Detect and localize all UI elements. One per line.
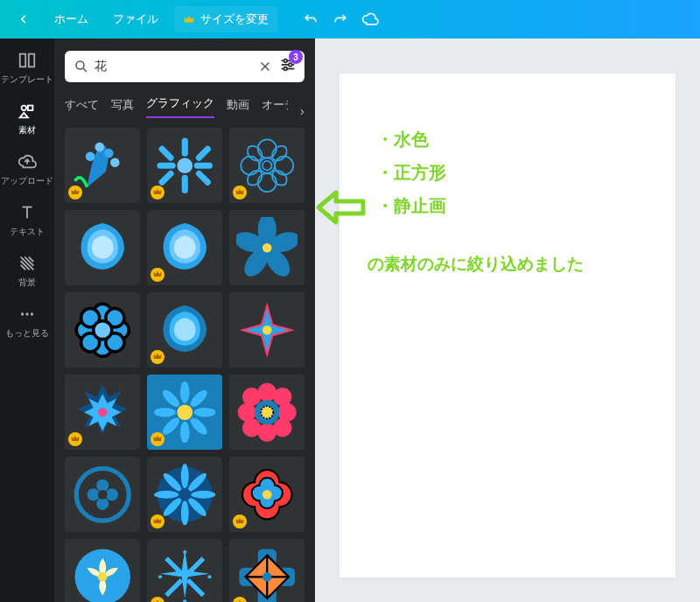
result-item[interactable] — [229, 374, 304, 450]
premium-badge-icon — [150, 432, 164, 446]
svg-marker-4 — [20, 113, 28, 118]
premium-badge-icon — [150, 514, 164, 528]
result-item[interactable] — [65, 128, 140, 203]
toolbar-right-group — [302, 10, 379, 28]
svg-point-73 — [106, 488, 118, 500]
result-item[interactable] — [147, 128, 222, 203]
rail-label: 背景 — [18, 276, 36, 289]
svg-rect-28 — [158, 169, 175, 186]
rail-label: 素材 — [18, 124, 36, 136]
undo-icon[interactable] — [302, 10, 319, 28]
svg-point-8 — [76, 61, 84, 69]
flower-icon — [236, 546, 298, 602]
tab-audio[interactable]: オーディオ — [262, 97, 288, 118]
svg-point-51 — [98, 408, 108, 417]
chevron-left-icon — [18, 13, 30, 25]
rail-item-elements[interactable]: 素材 — [18, 102, 37, 136]
filter-button[interactable]: 3 — [278, 55, 298, 78]
rail-item-uploads[interactable]: アップロード — [1, 152, 53, 187]
result-item[interactable] — [229, 210, 304, 285]
result-item[interactable] — [65, 457, 140, 532]
svg-rect-3 — [28, 106, 32, 111]
svg-point-70 — [261, 406, 273, 418]
flower-icon — [72, 546, 134, 602]
premium-badge-icon — [233, 514, 247, 528]
svg-point-19 — [94, 143, 104, 152]
flower-icon — [236, 464, 298, 526]
tab-videos[interactable]: 動画 — [227, 97, 249, 118]
result-item[interactable] — [65, 374, 140, 450]
rail-label: テンプレート — [1, 74, 53, 86]
file-button[interactable]: ファイル — [104, 6, 167, 32]
design-page[interactable] — [340, 74, 676, 578]
svg-rect-1 — [29, 54, 34, 67]
svg-point-50 — [262, 326, 272, 335]
premium-badge-icon — [150, 186, 164, 200]
search-box: 3 — [65, 51, 304, 82]
svg-point-80 — [154, 491, 178, 499]
result-item[interactable] — [229, 457, 304, 532]
filter-count-badge: 3 — [289, 50, 303, 64]
svg-point-96 — [166, 592, 170, 596]
elements-panel: 3 すべて 写真 グラフィック 動画 オーディオ › — [54, 38, 315, 602]
result-item[interactable] — [229, 292, 304, 368]
svg-point-60 — [177, 404, 192, 420]
redo-icon[interactable] — [332, 10, 349, 28]
clear-search-icon[interactable] — [257, 59, 273, 74]
svg-point-93 — [207, 575, 211, 578]
element-tabs: すべて 写真 グラフィック 動画 オーディオ › — [65, 94, 304, 119]
flower-icon — [72, 299, 134, 361]
result-item[interactable] — [65, 539, 140, 602]
canvas-area — [315, 38, 700, 602]
search-input[interactable] — [94, 60, 252, 74]
svg-rect-0 — [20, 54, 25, 67]
flower-icon — [72, 217, 134, 279]
svg-point-76 — [98, 490, 108, 500]
svg-point-47 — [93, 320, 111, 339]
result-item[interactable] — [229, 539, 304, 602]
rail-label: もっと見る — [5, 327, 49, 340]
flower-icon — [154, 299, 216, 361]
svg-point-38 — [262, 243, 272, 253]
flower-icon — [236, 217, 298, 279]
svg-point-6 — [25, 312, 28, 315]
svg-point-15 — [284, 60, 287, 63]
premium-badge-icon — [233, 186, 247, 200]
svg-point-16 — [289, 63, 292, 66]
flower-icon — [154, 135, 216, 197]
svg-point-17 — [284, 67, 287, 71]
tab-photos[interactable]: 写真 — [111, 97, 134, 118]
tab-all[interactable]: すべて — [65, 97, 99, 118]
resize-button[interactable]: サイズを変更 — [174, 6, 277, 32]
flower-icon — [236, 382, 298, 444]
rail-item-background[interactable]: 背景 — [18, 254, 37, 289]
cloud-sync-icon[interactable] — [361, 10, 379, 28]
result-item[interactable] — [147, 210, 222, 285]
home-button[interactable]: ホーム — [46, 6, 97, 32]
tab-graphics[interactable]: グラフィック — [146, 95, 214, 118]
result-item[interactable] — [147, 292, 222, 368]
svg-point-59 — [187, 415, 209, 437]
result-item[interactable] — [229, 128, 304, 203]
svg-point-89 — [98, 572, 108, 582]
svg-point-86 — [178, 488, 191, 500]
svg-point-32 — [262, 161, 272, 171]
premium-badge-icon — [68, 432, 82, 446]
flower-icon — [236, 135, 298, 197]
result-item[interactable] — [147, 539, 222, 602]
rail-item-more[interactable]: もっと見る — [5, 304, 49, 340]
tabs-scroll-right[interactable]: › — [300, 104, 304, 118]
result-item[interactable] — [65, 292, 140, 368]
svg-point-87 — [262, 490, 272, 500]
svg-point-57 — [187, 388, 209, 410]
text-icon — [18, 203, 37, 222]
result-item[interactable] — [65, 210, 140, 285]
result-item[interactable] — [147, 457, 222, 532]
rail-item-text[interactable]: テキスト — [10, 203, 45, 238]
result-item[interactable] — [147, 374, 222, 450]
svg-rect-26 — [158, 144, 175, 162]
svg-point-65 — [273, 388, 291, 406]
back-button[interactable] — [9, 8, 38, 31]
rail-item-templates[interactable]: テンプレート — [1, 51, 53, 86]
flower-icon — [72, 135, 134, 197]
